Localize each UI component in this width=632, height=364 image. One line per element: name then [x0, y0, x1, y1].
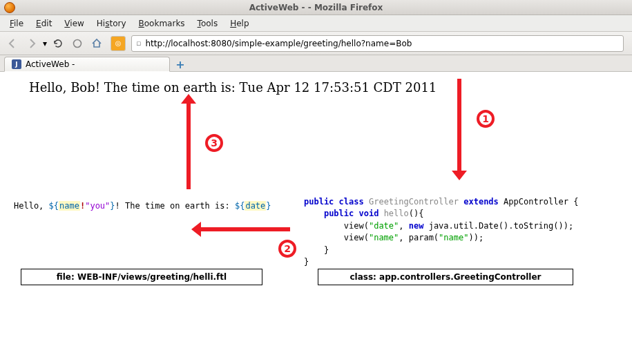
stop-button[interactable]	[69, 35, 86, 52]
menu-file[interactable]: File	[4, 17, 29, 30]
menu-edit[interactable]: Edit	[30, 17, 57, 30]
toolbar: ▾ ◎ ▫	[0, 32, 632, 55]
window-titlebar: ActiveWeb - - Mozilla Firefox	[0, 0, 632, 15]
java-code-snippet: public class GreetingController extends …	[304, 196, 578, 268]
step-badge-1: 1	[477, 110, 495, 128]
window-title: ActiveWeb - - Mozilla Firefox	[0, 3, 632, 12]
template-code-snippet: Hello, ${name!"you"}! The time on earth …	[14, 201, 271, 211]
reload-icon	[52, 38, 64, 49]
menubar: File Edit View History Bookmarks Tools H…	[0, 15, 632, 32]
menu-bookmarks[interactable]: Bookmarks	[133, 17, 191, 30]
rendered-greeting-text: Hello, Bob! The time on earth is: Tue Ap…	[29, 80, 437, 95]
arrow-right-icon	[26, 38, 37, 49]
stop-icon	[72, 38, 83, 49]
firefox-icon	[4, 2, 15, 13]
home-button[interactable]	[88, 35, 105, 52]
menu-view[interactable]: View	[59, 17, 89, 30]
arrow-left-icon	[7, 38, 18, 49]
nav-history-dropdown-icon[interactable]: ▾	[43, 39, 47, 48]
menu-tools[interactable]: Tools	[192, 17, 224, 30]
tab-title: ActiveWeb -	[26, 59, 75, 69]
url-bar[interactable]: ▫	[131, 35, 624, 52]
tab-activeweb[interactable]: J ActiveWeb -	[4, 57, 170, 72]
step-badge-2: 2	[278, 240, 296, 258]
site-identity-icon[interactable]: ◎	[111, 36, 126, 51]
url-input[interactable]	[145, 37, 623, 50]
tab-strip: J ActiveWeb - +	[0, 55, 632, 72]
reload-button[interactable]	[50, 35, 66, 52]
menu-help[interactable]: Help	[224, 17, 254, 30]
svg-point-0	[74, 39, 82, 47]
menu-history[interactable]: History	[91, 17, 132, 30]
tab-favicon-icon: J	[12, 59, 21, 69]
new-tab-button[interactable]: +	[173, 57, 188, 71]
step-badge-3: 3	[205, 134, 223, 152]
caption-controller-class: class: app.controllers.GreetingControlle…	[318, 269, 573, 285]
caption-row: file: WEB-INF/views/greeting/helli.ftl c…	[0, 269, 632, 285]
page-identity-icon: ▫	[132, 39, 145, 48]
flow-arrow-3	[186, 103, 191, 189]
forward-button[interactable]	[23, 35, 40, 52]
flow-arrow-2	[200, 227, 290, 231]
home-icon	[91, 38, 102, 49]
back-button[interactable]	[4, 35, 21, 52]
caption-template-file: file: WEB-INF/views/greeting/helli.ftl	[21, 269, 262, 285]
flow-arrow-1	[457, 79, 461, 172]
page-viewport: Hello, Bob! The time on earth is: Tue Ap…	[0, 72, 632, 364]
